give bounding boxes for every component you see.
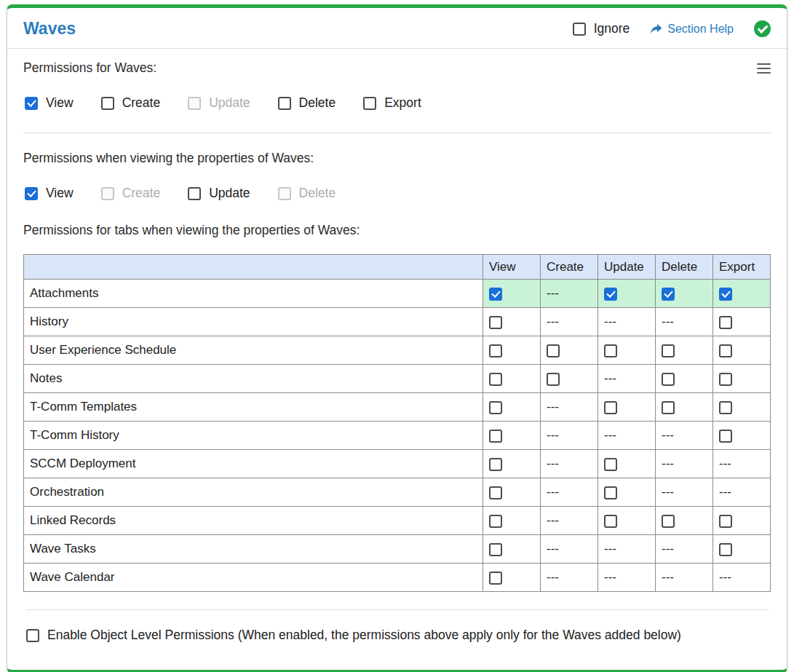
- permission-cell-create[interactable]: [541, 336, 598, 365]
- permission-cell-view[interactable]: [483, 336, 541, 365]
- checkbox-box[interactable]: [662, 401, 675, 414]
- checkbox-label: Create: [122, 186, 161, 201]
- permission-cell-export[interactable]: [713, 393, 771, 422]
- permission-cell-view[interactable]: [483, 535, 541, 564]
- checkbox-box[interactable]: [489, 430, 502, 443]
- checkbox-box[interactable]: [719, 543, 732, 556]
- not-applicable-cell: ---: [541, 280, 598, 308]
- checkbox-box[interactable]: [719, 430, 732, 443]
- checkbox-box[interactable]: [719, 288, 732, 301]
- properties-permissions-group: ViewCreateUpdateDelete: [25, 186, 769, 201]
- permission-cell-delete[interactable]: [656, 393, 713, 422]
- permission-checkbox-delete[interactable]: Delete: [278, 95, 336, 111]
- checkbox-box[interactable]: [278, 97, 291, 110]
- permission-cell-view[interactable]: [483, 308, 541, 336]
- checkbox-box[interactable]: [489, 344, 502, 357]
- checkbox-box[interactable]: [489, 572, 502, 585]
- checkbox-box[interactable]: [25, 187, 38, 200]
- checkbox-box[interactable]: [604, 515, 617, 528]
- permission-cell-delete[interactable]: [656, 365, 713, 393]
- checkbox-box[interactable]: [604, 486, 617, 499]
- checkbox-box[interactable]: [25, 97, 38, 110]
- tab-name-cell: Notes: [24, 365, 483, 393]
- checkbox-label: Update: [209, 95, 250, 111]
- permission-cell-update[interactable]: [598, 507, 656, 535]
- checkbox-box[interactable]: [101, 97, 114, 110]
- ignore-checkbox-box[interactable]: [573, 23, 586, 36]
- checkbox-box[interactable]: [489, 373, 502, 386]
- checkbox-box[interactable]: [604, 458, 617, 471]
- checkbox-box[interactable]: [719, 515, 732, 528]
- checkbox-box[interactable]: [489, 486, 502, 499]
- checkbox-box[interactable]: [719, 316, 732, 329]
- table-row: User Experience Schedule: [24, 336, 771, 365]
- checkbox-box[interactable]: [604, 401, 617, 414]
- permission-cell-update[interactable]: [598, 280, 656, 308]
- checkbox-box[interactable]: [489, 316, 502, 329]
- checkbox-box[interactable]: [188, 187, 201, 200]
- checkbox-box[interactable]: [662, 515, 675, 528]
- permission-cell-export[interactable]: [713, 507, 771, 535]
- checkbox-box[interactable]: [489, 288, 502, 301]
- not-applicable-cell: ---: [541, 450, 598, 478]
- checkbox-label: View: [46, 186, 74, 201]
- permission-cell-delete[interactable]: [656, 507, 713, 535]
- permission-cell-view[interactable]: [483, 393, 541, 422]
- permission-cell-view[interactable]: [483, 450, 541, 478]
- panel-header: Waves Ignore Section Help: [7, 8, 787, 49]
- permission-checkbox-view[interactable]: View: [25, 95, 74, 111]
- permission-checkbox-view[interactable]: View: [25, 186, 74, 201]
- permission-cell-create[interactable]: [541, 365, 598, 393]
- ignore-checkbox[interactable]: Ignore: [573, 21, 630, 36]
- checkbox-box[interactable]: [719, 344, 732, 357]
- permission-checkbox-create[interactable]: Create: [101, 95, 161, 111]
- checkbox-box[interactable]: [547, 344, 560, 357]
- permission-cell-view[interactable]: [483, 507, 541, 535]
- checkbox-box[interactable]: [662, 344, 675, 357]
- section-help-link[interactable]: Section Help: [650, 23, 734, 36]
- footer-row: Enable Object Level Permissions (When en…: [26, 609, 769, 645]
- not-applicable-cell: ---: [541, 308, 598, 336]
- section-label-waves: Permissions for Waves:: [23, 60, 156, 76]
- checkbox-box[interactable]: [363, 97, 376, 110]
- checkbox-box[interactable]: [662, 373, 675, 386]
- enable-object-level-permissions-checkbox[interactable]: Enable Object Level Permissions (When en…: [26, 628, 681, 643]
- permission-cell-update[interactable]: [598, 478, 656, 507]
- permission-checkbox-export[interactable]: Export: [363, 95, 421, 111]
- checkbox-box[interactable]: [489, 401, 502, 414]
- enable-checkbox-box[interactable]: [26, 629, 39, 642]
- permission-cell-export[interactable]: [713, 535, 771, 564]
- checkbox-box[interactable]: [719, 373, 732, 386]
- permission-cell-update[interactable]: [598, 450, 656, 478]
- permission-cell-export[interactable]: [713, 280, 771, 308]
- checkbox-box[interactable]: [489, 458, 502, 471]
- table-row: History---------: [24, 308, 771, 336]
- table-row: Orchestration---------: [24, 478, 771, 507]
- permission-cell-update[interactable]: [598, 393, 656, 422]
- checkbox-label: Delete: [299, 95, 336, 111]
- permission-cell-export[interactable]: [713, 308, 771, 336]
- permission-cell-export[interactable]: [713, 422, 771, 450]
- permission-cell-view[interactable]: [483, 365, 541, 393]
- permission-cell-update[interactable]: [598, 336, 656, 365]
- checkbox-box[interactable]: [604, 344, 617, 357]
- hamburger-menu-icon[interactable]: [757, 60, 771, 74]
- not-applicable-cell: ---: [598, 308, 656, 336]
- permission-cell-view[interactable]: [483, 422, 541, 450]
- permission-cell-export[interactable]: [713, 365, 771, 393]
- checkbox-box[interactable]: [547, 373, 560, 386]
- permission-cell-export[interactable]: [713, 336, 771, 365]
- permission-cell-delete[interactable]: [656, 280, 713, 308]
- permission-cell-view[interactable]: [483, 280, 541, 308]
- permission-cell-delete[interactable]: [656, 336, 713, 365]
- permission-cell-view[interactable]: [483, 478, 541, 507]
- checkbox-box[interactable]: [489, 515, 502, 528]
- checkbox-label: Create: [122, 95, 161, 111]
- checkbox-box[interactable]: [489, 543, 502, 556]
- permission-checkbox-update[interactable]: Update: [188, 186, 250, 201]
- permission-cell-view[interactable]: [483, 564, 541, 592]
- checkbox-box[interactable]: [662, 288, 675, 301]
- checkbox-box[interactable]: [604, 288, 617, 301]
- checkbox-box[interactable]: [719, 401, 732, 414]
- checkbox-box: [101, 187, 114, 200]
